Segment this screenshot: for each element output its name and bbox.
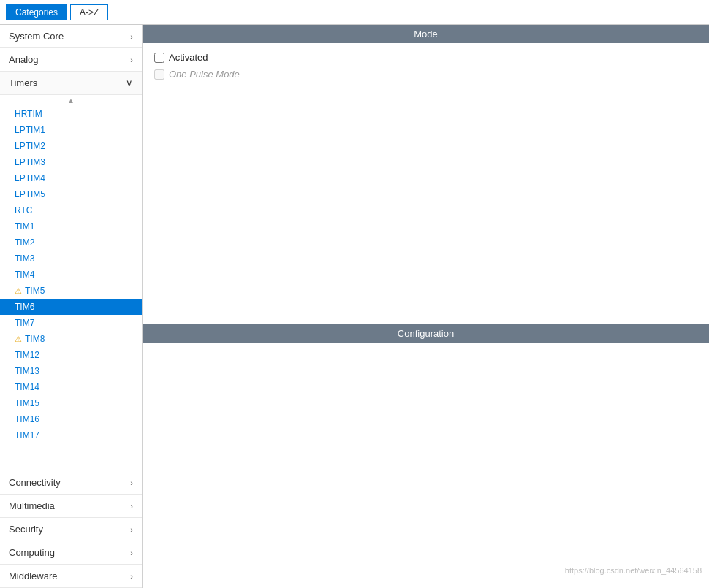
content-area: Mode Activated One Pulse Mode Configurat… xyxy=(143,25,709,588)
analog-chevron-icon: › xyxy=(130,56,133,64)
computing-chevron-icon: › xyxy=(130,549,133,557)
sidebar-item-timers[interactable]: Timers ∨ xyxy=(0,72,142,95)
timer-list: HRTIM LPTIM1 LPTIM2 LPTIM3 LPTIM4 LPTIM5… xyxy=(0,106,142,443)
az-tab[interactable]: A->Z xyxy=(70,4,108,20)
sidebar: System Core › Analog › Timers ∨ ▲ HRTIM … xyxy=(0,25,143,588)
timer-item-tim16[interactable]: TIM16 xyxy=(0,411,142,427)
mode-content: Activated One Pulse Mode xyxy=(143,43,709,324)
mode-header: Mode xyxy=(143,25,709,43)
timer-item-lptim2[interactable]: LPTIM2 xyxy=(0,138,142,154)
middleware-label: Middleware xyxy=(9,570,57,581)
timer-item-tim6[interactable]: TIM6 xyxy=(0,299,142,315)
timer-item-tim13[interactable]: TIM13 xyxy=(0,363,142,379)
timer-item-rtc[interactable]: RTC xyxy=(0,202,142,218)
timer-item-tim2[interactable]: TIM2 xyxy=(0,234,142,251)
timers-section: Timers ∨ ▲ HRTIM LPTIM1 LPTIM2 LPTIM3 LP… xyxy=(0,72,142,443)
multimedia-chevron-icon: › xyxy=(130,502,133,511)
timer-item-tim5[interactable]: ⚠ TIM5 xyxy=(0,283,142,299)
one-pulse-checkbox[interactable] xyxy=(154,69,164,80)
config-header: Configuration xyxy=(143,324,709,343)
analog-label: Analog xyxy=(9,54,38,65)
sidebar-item-system-core[interactable]: System Core › xyxy=(0,25,142,48)
timer-item-tim8[interactable]: ⚠ TIM8 xyxy=(0,331,142,347)
middleware-chevron-icon: › xyxy=(130,572,133,581)
activated-checkbox[interactable] xyxy=(154,53,164,63)
multimedia-label: Multimedia xyxy=(9,500,55,511)
timer-item-hrtim[interactable]: HRTIM xyxy=(0,106,142,122)
timer-item-tim14[interactable]: TIM14 xyxy=(0,379,142,395)
timers-chevron-icon: ∨ xyxy=(126,77,133,88)
sidebar-item-connectivity[interactable]: Connectivity › xyxy=(0,471,142,495)
sidebar-item-security[interactable]: Security › xyxy=(0,518,142,541)
sidebar-item-multimedia[interactable]: Multimedia › xyxy=(0,495,142,518)
mode-section: Mode Activated One Pulse Mode xyxy=(143,25,709,324)
top-bar: Categories A->Z xyxy=(0,0,709,25)
sidebar-item-middleware[interactable]: Middleware › xyxy=(0,565,142,588)
warning-icon-tim5: ⚠ xyxy=(15,286,22,296)
security-label: Security xyxy=(9,524,43,535)
sidebar-item-analog[interactable]: Analog › xyxy=(0,48,142,72)
system-core-chevron-icon: › xyxy=(130,32,133,41)
system-core-label: System Core xyxy=(9,31,64,42)
config-section: Configuration xyxy=(143,324,709,588)
security-chevron-icon: › xyxy=(130,525,133,534)
timer-item-tim12[interactable]: TIM12 xyxy=(0,347,142,363)
timer-item-tim4[interactable]: TIM4 xyxy=(0,267,142,283)
timer-item-tim15[interactable]: TIM15 xyxy=(0,395,142,411)
timers-label: Timers xyxy=(9,77,37,88)
timer-item-lptim5[interactable]: LPTIM5 xyxy=(0,186,142,202)
scroll-up-indicator: ▲ xyxy=(0,95,142,106)
activated-label: Activated xyxy=(169,52,208,63)
one-pulse-label: One Pulse Mode xyxy=(169,69,240,80)
timer-item-tim3[interactable]: TIM3 xyxy=(0,251,142,267)
warning-icon-tim8: ⚠ xyxy=(15,335,22,344)
main-layout: System Core › Analog › Timers ∨ ▲ HRTIM … xyxy=(0,25,709,588)
watermark: https://blog.csdn.net/weixin_44564158 xyxy=(565,566,702,575)
timer-item-tim7[interactable]: TIM7 xyxy=(0,315,142,331)
config-content xyxy=(143,343,709,588)
categories-tab[interactable]: Categories xyxy=(6,4,67,20)
one-pulse-row: One Pulse Mode xyxy=(154,69,697,80)
timer-item-tim1[interactable]: TIM1 xyxy=(0,218,142,234)
timer-item-lptim1[interactable]: LPTIM1 xyxy=(0,122,142,138)
timer-item-lptim4[interactable]: LPTIM4 xyxy=(0,170,142,186)
timer-item-lptim3[interactable]: LPTIM3 xyxy=(0,154,142,170)
connectivity-chevron-icon: › xyxy=(130,478,133,487)
timer-item-tim17[interactable]: TIM17 xyxy=(0,427,142,443)
connectivity-label: Connectivity xyxy=(9,477,61,488)
activated-row: Activated xyxy=(154,52,697,63)
computing-label: Computing xyxy=(9,547,55,558)
sidebar-item-computing[interactable]: Computing › xyxy=(0,541,142,565)
